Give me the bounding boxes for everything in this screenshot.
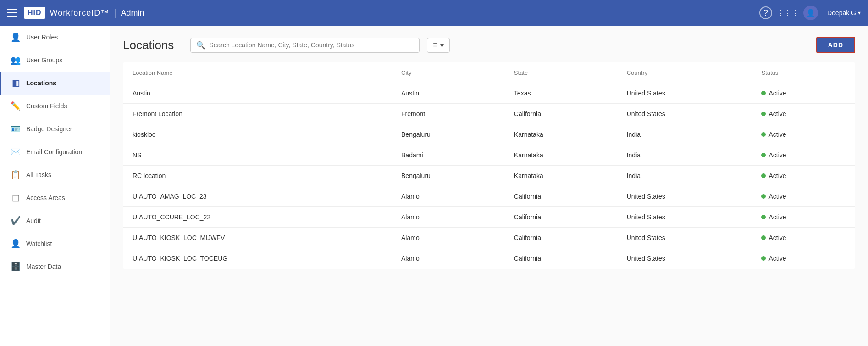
search-bar: 🔍 (190, 38, 420, 53)
cell-state: California (505, 104, 618, 124)
cell-state: Karnataka (505, 166, 618, 186)
cell-country: United States (618, 186, 752, 207)
cell-city: Austin (392, 83, 505, 104)
cell-state: California (505, 207, 618, 228)
cell-country: India (618, 166, 752, 186)
page-title: Locations (123, 38, 174, 52)
sidebar-item-locations[interactable]: ◧ Locations (0, 72, 110, 95)
table-row[interactable]: NSBadamiKarnatakaIndiaActive (123, 145, 855, 166)
status-badge: Active (768, 213, 786, 221)
status-indicator (761, 91, 766, 95)
cell-status: Active (752, 83, 855, 104)
help-icon[interactable]: ? (759, 6, 772, 19)
col-header-city: City (392, 63, 505, 83)
page-header: Locations 🔍 ≡ ▾ ADD (123, 37, 855, 53)
cell-state: California (505, 248, 618, 269)
sidebar-item-badge-designer[interactable]: 🪪 Badge Designer (0, 117, 110, 140)
sidebar-item-user-roles[interactable]: 👤 User Roles (0, 26, 110, 49)
cell-state: Karnataka (505, 145, 618, 166)
avatar[interactable]: 👤 (803, 6, 818, 20)
custom-fields-icon: ✏️ (11, 101, 21, 111)
status-badge: Active (768, 131, 786, 138)
table-row[interactable]: Fremont LocationFremontCaliforniaUnited … (123, 104, 855, 124)
status-indicator (761, 235, 766, 240)
cell-location-name: NS (123, 145, 393, 166)
table-row[interactable]: UIAUTO_AMAG_LOC_23AlamoCaliforniaUnited … (123, 186, 855, 207)
cell-city: Fremont (392, 104, 505, 124)
cell-city: Alamo (392, 248, 505, 269)
cell-status: Active (752, 166, 855, 186)
search-input[interactable] (209, 41, 414, 49)
sidebar-item-master-data[interactable]: 🗄️ Master Data (0, 255, 110, 278)
status-indicator (761, 112, 766, 116)
table-row[interactable]: RC locationBengaluruKarnatakaIndiaActive (123, 166, 855, 186)
cell-country: United States (618, 248, 752, 269)
status-badge: Active (768, 234, 786, 241)
cell-status: Active (752, 248, 855, 269)
cell-status: Active (752, 145, 855, 166)
app-logo: HID (24, 7, 45, 19)
cell-city: Alamo (392, 186, 505, 207)
cell-state: Texas (505, 83, 618, 104)
sidebar-item-all-tasks[interactable]: 📋 All Tasks (0, 163, 110, 186)
table-row[interactable]: UIAUTO_KIOSK_LOC_MIJWFVAlamoCaliforniaUn… (123, 228, 855, 248)
sidebar-item-label: All Tasks (26, 171, 51, 179)
badge-designer-icon: 🪪 (11, 124, 21, 134)
sidebar-item-audit[interactable]: ✔️ Audit (0, 209, 110, 232)
locations-table: Location Name City State Country Status … (123, 62, 855, 269)
sidebar-item-label: User Groups (26, 56, 62, 64)
sidebar-item-user-groups[interactable]: 👥 User Groups (0, 49, 110, 72)
sidebar-item-access-areas[interactable]: ◫ Access Areas (0, 186, 110, 209)
table-row[interactable]: AustinAustinTexasUnited StatesActive (123, 83, 855, 104)
access-areas-icon: ◫ (11, 193, 21, 203)
sidebar-item-custom-fields[interactable]: ✏️ Custom Fields (0, 95, 110, 117)
all-tasks-icon: 📋 (11, 170, 21, 180)
col-header-country: Country (618, 63, 752, 83)
table-row[interactable]: UIAUTO_CCURE_LOC_22AlamoCaliforniaUnited… (123, 207, 855, 228)
filter-icon: ≡ (433, 41, 437, 49)
cell-location-name: UIAUTO_KIOSK_LOC_TOCEUG (123, 248, 393, 269)
sidebar-item-label: Badge Designer (26, 125, 72, 133)
col-header-state: State (505, 63, 618, 83)
status-indicator (761, 132, 766, 137)
top-nav: HID WorkforceID™ | Admin ? ⋮⋮⋮ 👤 Deepak … (0, 0, 868, 26)
table-row[interactable]: UIAUTO_KIOSK_LOC_TOCEUGAlamoCaliforniaUn… (123, 248, 855, 269)
add-button[interactable]: ADD (816, 37, 855, 53)
cell-city: Bengaluru (392, 166, 505, 186)
section-label: Admin (121, 8, 144, 18)
apps-grid-icon[interactable]: ⋮⋮⋮ (781, 6, 794, 19)
cell-country: United States (618, 207, 752, 228)
search-icon: 🔍 (196, 41, 205, 50)
cell-country: United States (618, 104, 752, 124)
sidebar-item-watchlist[interactable]: 👤 Watchlist (0, 232, 110, 255)
hamburger-menu[interactable] (7, 9, 17, 17)
cell-country: United States (618, 228, 752, 248)
email-configuration-icon: ✉️ (11, 147, 21, 157)
master-data-icon: 🗄️ (11, 262, 21, 272)
status-indicator (761, 256, 766, 261)
user-roles-icon: 👤 (11, 32, 21, 42)
sidebar-item-label: Access Areas (26, 194, 65, 201)
sidebar-item-label: User Roles (26, 33, 58, 41)
filter-button[interactable]: ≡ ▾ (427, 38, 449, 53)
sidebar-item-label: Email Configuration (26, 148, 82, 156)
user-groups-icon: 👥 (11, 55, 21, 65)
sidebar-item-email-configuration[interactable]: ✉️ Email Configuration (0, 140, 110, 163)
cell-location-name: UIAUTO_KIOSK_LOC_MIJWFV (123, 228, 393, 248)
cell-location-name: UIAUTO_AMAG_LOC_23 (123, 186, 393, 207)
cell-state: Karnataka (505, 124, 618, 145)
cell-location-name: UIAUTO_CCURE_LOC_22 (123, 207, 393, 228)
filter-chevron-icon: ▾ (440, 41, 444, 50)
status-badge: Active (768, 110, 786, 117)
cell-country: India (618, 124, 752, 145)
status-badge: Active (768, 193, 786, 200)
cell-location-name: kioskloc (123, 124, 393, 145)
cell-city: Badami (392, 145, 505, 166)
cell-status: Active (752, 228, 855, 248)
cell-location-name: RC location (123, 166, 393, 186)
user-name[interactable]: Deepak G (827, 9, 861, 17)
table-row[interactable]: kiosklocBengaluruKarnatakaIndiaActive (123, 124, 855, 145)
cell-country: India (618, 145, 752, 166)
main-content: Locations 🔍 ≡ ▾ ADD Location Name City S… (110, 26, 868, 346)
app-name: WorkforceID™ (50, 8, 110, 18)
